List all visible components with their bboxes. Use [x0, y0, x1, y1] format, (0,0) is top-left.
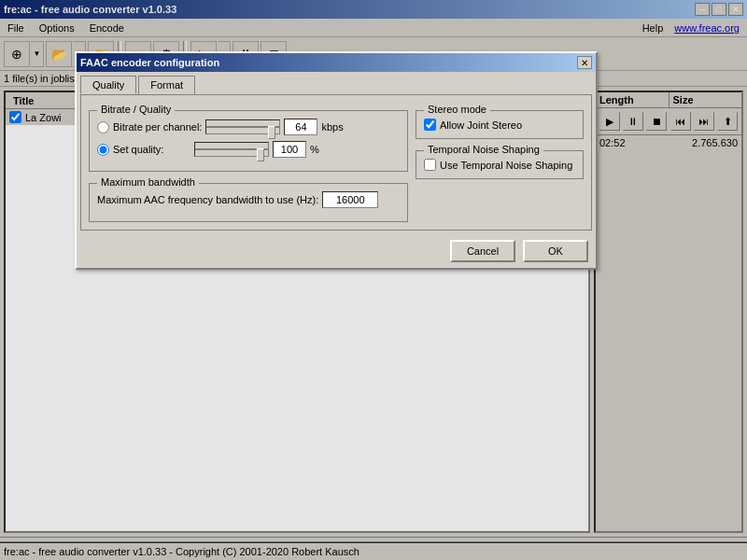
dialog-title: FAAC encoder configuration [80, 57, 219, 68]
bandwidth-group-label: Maximum bandwidth [97, 176, 199, 188]
joint-stereo-checkbox[interactable] [424, 119, 436, 131]
quality-label: Set quality: [113, 144, 163, 155]
quality-slider[interactable] [194, 142, 269, 157]
tab-format[interactable]: Format [138, 76, 195, 94]
quality-value[interactable] [273, 141, 306, 158]
set-quality-row: Set quality: % [97, 141, 400, 158]
quality-radio[interactable] [97, 144, 109, 156]
bitrate-per-channel-row: Bitrate per channel: kbps [97, 119, 400, 135]
cancel-button[interactable]: Cancel [450, 240, 515, 262]
tab-quality[interactable]: Quality [80, 76, 136, 94]
faac-dialog: FAAC encoder configuration ✕ Quality For… [75, 51, 598, 270]
ok-button[interactable]: OK [523, 240, 588, 262]
bitrate-slider-thumb [268, 126, 275, 139]
bitrate-value[interactable] [284, 119, 317, 135]
bitrate-group-label: Bitrate / Quality [97, 104, 175, 115]
quality-slider-line [195, 148, 268, 150]
quality-slider-thumb [257, 148, 264, 161]
bandwidth-row: Maximum AAC frequency bandwidth to use (… [97, 191, 400, 208]
dialog-close-button[interactable]: ✕ [577, 56, 592, 69]
left-panel: Bitrate / Quality Bitrate per channel: [89, 103, 408, 222]
quality-radio-label[interactable]: Set quality: [97, 144, 190, 156]
bandwidth-label: Maximum AAC frequency bandwidth to use (… [97, 194, 318, 205]
bitrate-slider-line [206, 126, 279, 128]
quality-unit: % [310, 144, 332, 155]
dialog-title-bar: FAAC encoder configuration ✕ [77, 53, 596, 72]
dialog-tabs: Quality Format [77, 72, 596, 94]
bitrate-slider[interactable] [205, 119, 280, 134]
joint-stereo-label[interactable]: Allow Joint Stereo [424, 119, 575, 131]
bitrate-unit: kbps [321, 121, 344, 133]
bitrate-radio[interactable] [97, 121, 109, 133]
bitrate-group: Bitrate / Quality Bitrate per channel: [89, 110, 408, 172]
right-panel-dialog: Stereo mode Allow Joint Stereo Temporal … [416, 103, 584, 222]
joint-stereo-text: Allow Joint Stereo [440, 119, 522, 131]
dialog-buttons: Cancel OK [77, 234, 596, 268]
temporal-checkbox[interactable] [424, 159, 436, 171]
dialog-content: Bitrate / Quality Bitrate per channel: [80, 94, 592, 231]
dialog-overlay: FAAC encoder configuration ✕ Quality For… [0, 0, 747, 560]
temporal-label[interactable]: Use Temporal Noise Shaping [424, 159, 575, 171]
bitrate-label: Bitrate per channel: [113, 121, 202, 133]
stereo-group: Stereo mode Allow Joint Stereo [416, 110, 584, 139]
stereo-group-label: Stereo mode [424, 104, 490, 115]
bandwidth-value[interactable] [322, 191, 378, 208]
temporal-text: Use Temporal Noise Shaping [440, 160, 572, 171]
temporal-group-label: Temporal Noise Shaping [424, 144, 543, 155]
bandwidth-group: Maximum bandwidth Maximum AAC frequency … [89, 183, 408, 222]
bitrate-radio-label[interactable]: Bitrate per channel: [97, 121, 202, 133]
temporal-group: Temporal Noise Shaping Use Temporal Nois… [416, 150, 584, 179]
